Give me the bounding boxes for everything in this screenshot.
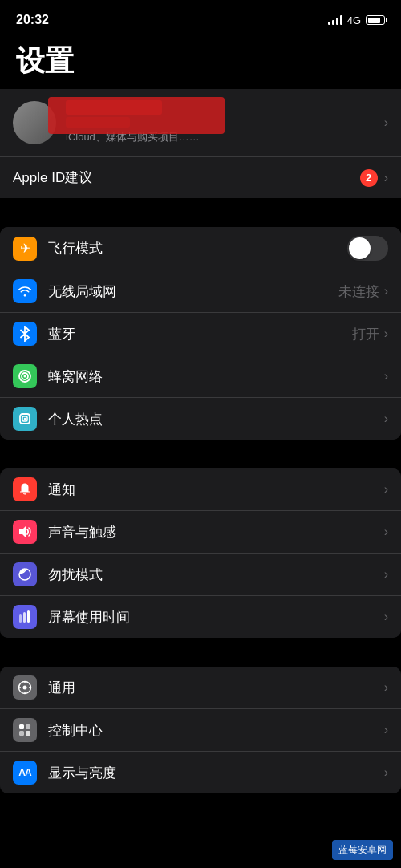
hotspot-icon	[13, 407, 37, 431]
notifications-label: 通知	[48, 481, 384, 499]
hotspot-chevron-icon: ›	[384, 412, 388, 426]
notifications-row[interactable]: 通知 ›	[0, 468, 401, 511]
display-icon: AA	[13, 761, 37, 785]
display-label: 显示与亮度	[48, 764, 384, 782]
battery-icon	[366, 15, 385, 25]
section-gap-2	[0, 440, 401, 468]
svg-rect-17	[26, 724, 30, 729]
account-row[interactable]: iCloud、媒体与购买项目…… ›	[0, 89, 401, 156]
network-settings-group: ✈ 飞行模式 无线局域网 未连接 › 蓝牙 打开 ›	[0, 227, 401, 440]
apple-id-badge: 2	[360, 169, 378, 187]
controlcenter-chevron-icon: ›	[384, 723, 388, 737]
general-icon	[13, 675, 37, 700]
bluetooth-icon	[13, 322, 37, 346]
screentime-chevron-icon: ›	[384, 610, 388, 624]
svg-rect-19	[26, 731, 30, 736]
status-time: 20:32	[16, 13, 49, 27]
sounds-chevron-icon: ›	[384, 525, 388, 539]
svg-point-5	[24, 418, 26, 420]
network-type: 4G	[347, 14, 361, 26]
general-label: 通用	[48, 679, 384, 697]
svg-rect-18	[19, 731, 24, 736]
notifications-icon	[13, 477, 37, 501]
donotdisturb-label: 勿扰模式	[48, 566, 384, 584]
watermark: 蓝莓安卓网	[332, 840, 393, 860]
controlcenter-row[interactable]: 控制中心 ›	[0, 709, 401, 752]
airplane-toggle[interactable]	[347, 236, 388, 261]
section-gap-3	[0, 638, 401, 667]
signal-icon	[328, 15, 342, 25]
wifi-icon	[13, 279, 37, 303]
status-icons: 4G	[328, 14, 385, 26]
cellular-icon	[13, 364, 37, 388]
svg-rect-8	[23, 612, 26, 623]
apple-id-chevron-icon: ›	[384, 171, 388, 185]
notifications-chevron-icon: ›	[384, 482, 388, 497]
donotdisturb-row[interactable]: 勿扰模式 ›	[0, 554, 401, 596]
general-chevron-icon: ›	[384, 680, 388, 695]
hotspot-row[interactable]: 个人热点 ›	[0, 398, 401, 440]
bluetooth-label: 蓝牙	[48, 325, 352, 343]
controlcenter-icon	[13, 718, 37, 742]
display-chevron-icon: ›	[384, 765, 388, 780]
general-settings-group: 通用 › 控制中心 › AA 显示与亮度 ›	[0, 667, 401, 793]
sounds-row[interactable]: 声音与触感 ›	[0, 511, 401, 554]
hotspot-label: 个人热点	[48, 410, 384, 428]
wifi-chevron-icon: ›	[384, 284, 388, 298]
svg-rect-9	[27, 610, 30, 623]
svg-marker-6	[19, 526, 26, 537]
apple-id-suggestion-row[interactable]: Apple ID建议 2 ›	[0, 156, 401, 198]
wifi-row[interactable]: 无线局域网 未连接 ›	[0, 270, 401, 313]
page-title: 设置	[16, 42, 385, 81]
bluetooth-chevron-icon: ›	[384, 327, 388, 341]
controlcenter-label: 控制中心	[48, 721, 384, 740]
redact-overlay	[48, 97, 225, 134]
sounds-label: 声音与触感	[48, 523, 384, 541]
wifi-value: 未连接	[338, 282, 379, 301]
bluetooth-row[interactable]: 蓝牙 打开 ›	[0, 313, 401, 355]
cellular-chevron-icon: ›	[384, 369, 388, 383]
screentime-row[interactable]: 屏幕使用时间 ›	[0, 596, 401, 638]
sounds-icon	[13, 520, 37, 544]
svg-rect-16	[19, 724, 24, 729]
bluetooth-value: 打开	[352, 325, 379, 343]
section-gap-1	[0, 198, 401, 227]
general-row[interactable]: 通用 ›	[0, 667, 401, 709]
svg-rect-7	[19, 614, 22, 623]
svg-point-11	[23, 686, 27, 690]
svg-point-2	[24, 375, 26, 378]
cellular-label: 蜂窝网络	[48, 367, 384, 386]
status-bar: 20:32 4G	[0, 0, 401, 35]
airplane-icon: ✈	[13, 237, 37, 261]
donotdisturb-chevron-icon: ›	[384, 567, 388, 582]
apple-id-label: Apple ID建议	[13, 168, 92, 187]
suggestion-right: 2 ›	[360, 169, 388, 187]
cellular-row[interactable]: 蜂窝网络 ›	[0, 355, 401, 398]
screentime-icon	[13, 605, 37, 629]
notif-settings-group: 通知 › 声音与触感 › 勿扰模式 ›	[0, 468, 401, 638]
wifi-label: 无线局域网	[48, 282, 338, 301]
account-chevron-icon: ›	[384, 116, 388, 130]
airplane-label: 飞行模式	[48, 239, 347, 258]
page-title-area: 设置	[0, 35, 401, 89]
display-row[interactable]: AA 显示与亮度 ›	[0, 752, 401, 793]
donotdisturb-icon	[13, 562, 37, 586]
screentime-label: 屏幕使用时间	[48, 608, 384, 627]
airplane-mode-row[interactable]: ✈ 飞行模式	[0, 227, 401, 270]
